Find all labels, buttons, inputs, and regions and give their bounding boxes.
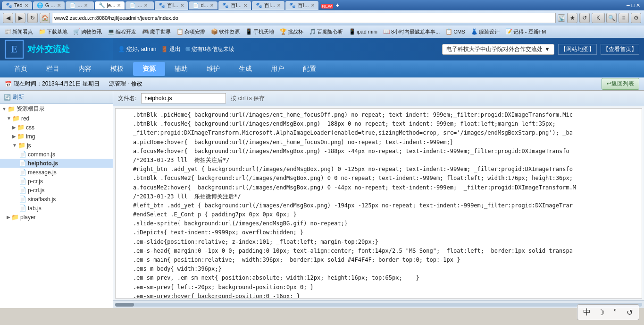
bookmark-icon-8: 🏆	[280, 28, 287, 35]
bookmark-ipad[interactable]: 📱 ipad mini	[346, 27, 380, 36]
bookmark-software[interactable]: 📦 软件资源	[209, 27, 242, 36]
browser-tab-9[interactable]: 🐾 百I... ✕	[285, 1, 318, 10]
bookmark-mobile[interactable]: 📱 手机天地	[243, 27, 276, 36]
browser-tab-2[interactable]: 📄 ... ✕	[66, 1, 94, 9]
refresh-button[interactable]: 🔄 刷新	[4, 93, 24, 101]
icon-night-mode[interactable]: ☽	[595, 307, 607, 308]
tab-close-1[interactable]: ✕	[57, 3, 61, 8]
nav-maintenance[interactable]: 维护	[197, 62, 229, 76]
tree-toggle-red[interactable]: ▼	[7, 116, 11, 121]
tab-close-0[interactable]: ✕	[25, 3, 28, 8]
settings-button[interactable]: ⚙	[631, 13, 641, 23]
bookmark-awkward[interactable]: 📖 8小时内最尴尬事事...	[381, 27, 442, 36]
nav-home-button[interactable]: 🏠	[40, 13, 50, 23]
bookmark-label-11: 8小时内最尴尬事事...	[391, 28, 440, 35]
tree-css[interactable]: ▶ 📁 css	[0, 123, 113, 132]
site-map-link[interactable]: 【网站地图】	[558, 44, 597, 55]
bookmark-download[interactable]: 📁 下载基地	[36, 27, 70, 36]
tree-toggle-player[interactable]: ▶	[7, 214, 10, 220]
tree-pcr-js[interactable]: 📄 p-cr.js	[0, 177, 113, 186]
tab-close-2[interactable]: ✕	[84, 3, 88, 8]
tree-label-common-js: common.js	[28, 151, 55, 158]
logout-icon: 🚪	[161, 46, 168, 52]
code-editor[interactable]: .btnBlk .picHome{ background:url(/images…	[115, 108, 642, 299]
bookmark-xinwen[interactable]: 📰 新闻看点	[2, 27, 35, 36]
bookmark-misc[interactable]: 📋 杂项安排	[174, 27, 208, 36]
bookmark-music[interactable]: 🎵 百度随心听	[307, 27, 345, 36]
tree-toggle-img[interactable]: ▶	[12, 134, 16, 139]
tab-label-3: je...	[107, 2, 116, 8]
search-go-button[interactable]: K	[592, 13, 605, 23]
nav-template[interactable]: 模板	[101, 62, 133, 76]
tree-label-css: css	[26, 124, 34, 131]
nav-content[interactable]: 内容	[69, 62, 101, 76]
tree-red[interactable]: ▼ 📁 red	[0, 114, 113, 123]
nav-refresh-button[interactable]: ↻	[27, 13, 38, 23]
bookmark-dev[interactable]: 💻 编程开发	[105, 27, 139, 36]
header-msg-link[interactable]: ✉ 您有0条信息未读	[185, 45, 234, 53]
bookmark-icon-9: 🎵	[309, 28, 316, 35]
header-logout-link[interactable]: 🚪 退出	[161, 45, 181, 53]
tree-img[interactable]: ▶ 📁 img	[0, 132, 113, 141]
tree-message-js[interactable]: 📄 message.js	[0, 168, 113, 177]
browser-tab-4[interactable]: 📄 ... ✕	[125, 1, 154, 9]
tree-js[interactable]: ▼ 📁 js	[0, 141, 113, 150]
search-input-btn[interactable]: 🔍	[606, 13, 617, 23]
nav-column[interactable]: 栏目	[37, 62, 69, 76]
browser-tab-0[interactable]: 🐾 Ted ✕	[2, 1, 32, 9]
header-user-link[interactable]: 👤 您好, admin	[118, 45, 156, 53]
tree-player[interactable]: ▶ 📁 player	[0, 213, 113, 222]
tab-close-8[interactable]: ✕	[277, 3, 281, 8]
tree-common-js[interactable]: 📄 common.js	[0, 150, 113, 159]
bookmark-game[interactable]: 🎮 魔手世界	[140, 27, 173, 36]
icon-settings[interactable]: °	[610, 307, 621, 308]
tree-toggle-css[interactable]: ▶	[12, 125, 16, 130]
browser-tab-1[interactable]: 🌐 G ... ✕	[33, 1, 65, 9]
browser-tab-7[interactable]: 🐾 百I... ✕	[218, 1, 251, 10]
tab-close-7[interactable]: ✕	[243, 3, 247, 8]
icon-refresh[interactable]: ↺	[624, 307, 635, 308]
tree-root[interactable]: ▼ 📁 资源根目录	[0, 104, 113, 114]
nav-user[interactable]: 用户	[261, 62, 293, 76]
browser-tab-8[interactable]: 🐾 百I... ✕	[252, 1, 284, 10]
tree-toggle-root[interactable]: ▼	[2, 106, 7, 111]
nav-generate[interactable]: 生成	[229, 62, 261, 76]
nav-config[interactable]: 配置	[293, 62, 326, 76]
scrollbar-thumb[interactable]	[115, 303, 134, 307]
tree-sinaflash-js[interactable]: 📄 sinaflash.js	[0, 195, 113, 204]
tree-heiphoto-js[interactable]: 📄 heiphoto.js	[0, 159, 113, 168]
tree-toggle-js[interactable]: ▼	[12, 143, 17, 148]
tab-close-5[interactable]: ✕	[180, 3, 184, 8]
browser-tab-6[interactable]: 📄 d... ✕	[189, 1, 217, 9]
bookmark-notes[interactable]: 📝 记得 - 豆瓣FM	[503, 27, 549, 36]
scrollbar-track[interactable]	[115, 303, 642, 307]
star-button[interactable]: ★	[567, 13, 577, 23]
bookmark-shopping[interactable]: 🛒 购物资讯	[71, 27, 104, 36]
nav-back-button[interactable]: ◀	[3, 13, 13, 23]
tab-close-3[interactable]: ✕	[117, 3, 121, 8]
menu-button[interactable]: ≡	[619, 13, 629, 23]
tab-close-4[interactable]: ✕	[144, 3, 148, 8]
browser-tab-5[interactable]: 🐾 百I... ✕	[155, 1, 187, 10]
browser-tab-3[interactable]: 🔧 je... ✕	[95, 1, 125, 9]
nav-home[interactable]: 首页	[5, 62, 37, 76]
site-home-link[interactable]: 【查看首页】	[601, 44, 639, 55]
nav-forward-button[interactable]: ▶	[15, 13, 25, 23]
new-tab-button[interactable]: NEW +	[319, 1, 342, 9]
filename-input[interactable]	[141, 93, 226, 103]
tree-pcrl-js[interactable]: 📄 p-crl.js	[0, 186, 113, 195]
bookmark-fashion[interactable]: 👗 服装设计	[468, 27, 502, 36]
back-button[interactable]: ↩返回列表	[602, 78, 639, 90]
refresh-stop-button[interactable]: ↺	[579, 13, 590, 23]
tab-close-9[interactable]: ✕	[311, 3, 315, 8]
icon-chinese[interactable]: 中	[581, 307, 593, 308]
bookmark-cms[interactable]: 📋 CMS	[443, 27, 467, 36]
nav-resource[interactable]: 资源	[133, 62, 165, 76]
bookmark-challenge[interactable]: 🏆 挑战杯	[277, 27, 306, 36]
tab-close-6[interactable]: ✕	[210, 3, 214, 8]
editor-scrollbar[interactable]	[113, 300, 644, 308]
address-input[interactable]	[52, 13, 556, 23]
site-dropdown[interactable]: 电子科技大学中山学院对外合作交流处 ▼	[442, 44, 554, 55]
tree-tab-js[interactable]: 📄 tab.js	[0, 204, 113, 213]
nav-auxiliary[interactable]: 辅助	[165, 62, 197, 76]
